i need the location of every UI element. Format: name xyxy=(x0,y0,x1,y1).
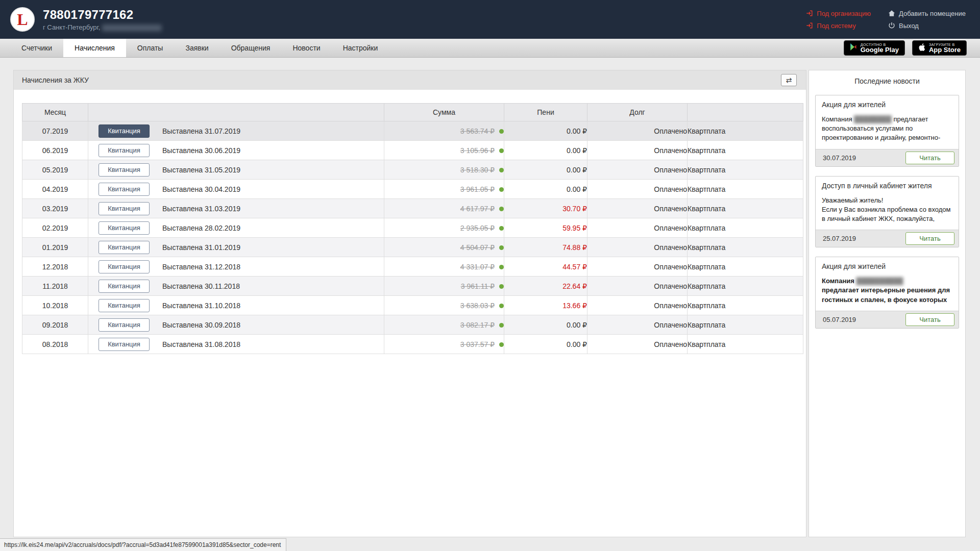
cell-receipt: КвитанцияВыставлена 30.09.2018 xyxy=(88,315,384,335)
cell-peni: 44.57 ₽ xyxy=(504,257,587,277)
cell-receipt: КвитанцияВыставлена 31.08.2018 xyxy=(88,335,384,354)
news-card-body: Компания ██████████предлагает интерьерны… xyxy=(816,273,959,311)
receipt-button[interactable]: Квитанция xyxy=(99,338,150,351)
cell-receipt: КвитанцияВыставлена 31.01.2019 xyxy=(88,238,384,257)
link-add-premises[interactable]: Добавить помещение xyxy=(888,10,966,17)
cell-receipt: КвитанцияВыставлена 31.05.2019 xyxy=(88,160,384,180)
news-body-text: Компания xyxy=(822,115,854,123)
sum-value: 3 518.30 ₽ xyxy=(460,166,495,174)
cell-month: 06.2019 xyxy=(22,141,88,160)
sum-value: 3 961.11 ₽ xyxy=(461,282,495,290)
status-url: https://lk.eis24.me/api/v2/accruals/docs… xyxy=(0,538,286,551)
cell-type: Квартплата xyxy=(688,315,803,335)
accruals-panel: Начисления за ЖКУ ⇄ Месяц Сумма Пени Дол… xyxy=(13,70,806,537)
cell-sum: 4 504.07 ₽ xyxy=(384,238,504,257)
cell-month: 12.2018 xyxy=(22,257,88,277)
address-city: г Санкт-Петербург, xyxy=(43,23,100,31)
login-icon xyxy=(806,10,813,17)
link-logout[interactable]: Выход xyxy=(888,22,966,30)
read-button[interactable]: Читать xyxy=(905,313,954,326)
col-debt: Долг xyxy=(587,104,688,121)
table-row: 07.2019КвитанцияВыставлена 31.07.20193 5… xyxy=(22,121,803,141)
table-row: 12.2018КвитанцияВыставлена 31.12.20184 3… xyxy=(22,257,803,277)
table-row: 04.2019КвитанцияВыставлена 30.04.20193 9… xyxy=(22,180,803,199)
tab-accruals[interactable]: Начисления xyxy=(63,39,126,57)
tab-requests[interactable]: Заявки xyxy=(174,39,219,57)
receipt-button[interactable]: Квитанция xyxy=(99,221,150,235)
paid-dot-icon xyxy=(499,342,504,347)
news-card-title: Акция для жителей xyxy=(816,95,959,112)
news-date: 25.07.2019 xyxy=(823,235,856,242)
receipt-button[interactable]: Квитанция xyxy=(99,260,150,273)
sum-value: 4 617.97 ₽ xyxy=(460,205,495,213)
cell-receipt: КвитанцияВыставлена 30.04.2019 xyxy=(88,180,384,199)
tab-payments[interactable]: Оплаты xyxy=(126,39,175,57)
table-row: 11.2018КвитанцияВыставлена 30.11.20183 9… xyxy=(22,277,803,296)
cell-peni: 74.88 ₽ xyxy=(504,238,587,257)
paid-dot-icon xyxy=(499,187,504,192)
news-card: Акция для жителейКомпания ██████████пред… xyxy=(815,257,959,329)
receipt-button[interactable]: Квитанция xyxy=(99,124,150,138)
cell-type: Квартплата xyxy=(688,296,803,315)
address-redacted: █████████████████ xyxy=(102,24,161,31)
account-block: 7880179777162 г Санкт-Петербург, ███████… xyxy=(43,8,161,31)
badge-brand-label: App Store xyxy=(929,46,961,54)
receipt-button[interactable]: Квитанция xyxy=(99,299,150,312)
cell-month: 04.2019 xyxy=(22,180,88,199)
app-store-badge[interactable]: Загрузите в App Store xyxy=(912,40,967,56)
cell-month: 08.2018 xyxy=(22,335,88,354)
issued-label: Выставлена 28.02.2019 xyxy=(162,224,240,232)
paid-dot-icon xyxy=(499,265,504,269)
read-button[interactable]: Читать xyxy=(905,232,954,245)
paid-dot-icon xyxy=(499,284,504,289)
read-button[interactable]: Читать xyxy=(905,152,954,164)
cell-type: Квартплата xyxy=(688,180,803,199)
cell-debt: Оплачено xyxy=(587,296,688,315)
sum-value: 3 082.17 ₽ xyxy=(460,321,495,329)
table-row: 09.2018КвитанцияВыставлена 30.09.20183 0… xyxy=(22,315,803,335)
cell-type: Квартплата xyxy=(688,218,803,238)
sum-value: 2 935.05 ₽ xyxy=(460,224,495,232)
paid-dot-icon xyxy=(499,323,504,328)
paid-dot-icon xyxy=(499,226,504,231)
app-logo[interactable]: L xyxy=(10,7,35,32)
refresh-button[interactable]: ⇄ xyxy=(781,74,797,86)
receipt-button[interactable]: Квитанция xyxy=(99,202,150,215)
receipt-button[interactable]: Квитанция xyxy=(99,280,150,293)
receipt-button[interactable]: Квитанция xyxy=(99,318,150,332)
tab-news[interactable]: Новости xyxy=(281,39,331,57)
cell-sum: 3 518.30 ₽ xyxy=(384,160,504,180)
tab-counters[interactable]: Счетчики xyxy=(10,39,63,57)
cell-peni: 13.66 ₽ xyxy=(504,296,587,315)
issued-label: Выставлена 30.11.2018 xyxy=(162,282,240,290)
link-under-system[interactable]: Под систему xyxy=(806,22,871,30)
accruals-table: Месяц Сумма Пени Долг 07.2019КвитанцияВы… xyxy=(22,103,803,354)
receipt-button[interactable]: Квитанция xyxy=(99,144,150,157)
table-row: 05.2019КвитанцияВыставлена 31.05.20193 5… xyxy=(22,160,803,180)
cell-peni: 22.64 ₽ xyxy=(504,277,587,296)
sum-value: 3 961.05 ₽ xyxy=(460,185,495,193)
cell-peni: 0.00 ₽ xyxy=(504,141,587,160)
news-card: Акция для жителейКомпания ████████ предл… xyxy=(815,95,959,167)
receipt-button[interactable]: Квитанция xyxy=(99,241,150,254)
redacted-text: ████████ xyxy=(854,115,892,123)
tab-appeals[interactable]: Обращения xyxy=(220,39,282,57)
cell-receipt: КвитанцияВыставлена 31.07.2019 xyxy=(88,121,384,141)
news-card-footer: 25.07.2019Читать xyxy=(816,230,959,247)
issued-label: Выставлена 31.08.2018 xyxy=(162,340,240,348)
cell-receipt: КвитанцияВыставлена 31.10.2018 xyxy=(88,296,384,315)
google-play-icon xyxy=(850,43,857,53)
news-panel: Последние новости Акция для жителейКомпа… xyxy=(808,70,966,537)
google-play-badge[interactable]: Доступно в Google Play xyxy=(844,40,905,56)
paid-dot-icon xyxy=(499,245,504,250)
cell-sum: 3 105.96 ₽ xyxy=(384,141,504,160)
link-under-organization[interactable]: Под организацию xyxy=(806,10,871,17)
cell-peni: 0.00 ₽ xyxy=(504,180,587,199)
cell-sum: 3 037.57 ₽ xyxy=(384,335,504,354)
table-row: 10.2018КвитанцияВыставлена 31.10.20183 6… xyxy=(22,296,803,315)
receipt-button[interactable]: Квитанция xyxy=(99,163,150,177)
receipt-button[interactable]: Квитанция xyxy=(99,183,150,196)
tab-settings[interactable]: Настройки xyxy=(332,39,389,57)
cell-debt: Оплачено xyxy=(587,160,688,180)
news-card-title: Доступ в личный кабинет жителя xyxy=(816,177,959,193)
